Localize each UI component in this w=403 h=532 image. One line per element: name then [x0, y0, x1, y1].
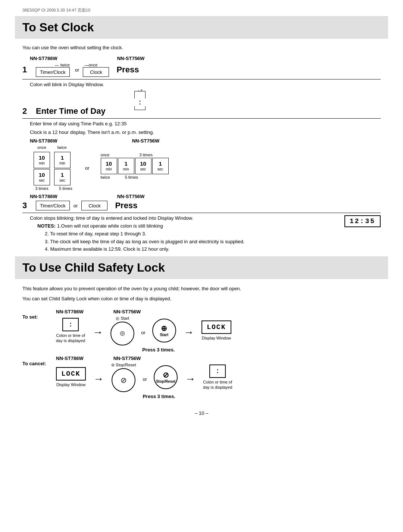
cancel-arrow1: →: [93, 373, 104, 385]
notes-label: NOTES:: [37, 223, 56, 229]
set-lock-display: LOCK: [202, 320, 231, 334]
step1-once-text: —: [84, 63, 88, 67]
step3-num: 3: [22, 201, 31, 210]
notes-block: NOTES: 1.Oven will not operate while col…: [37, 222, 333, 253]
step2-or: or: [85, 165, 90, 171]
step2-right-twice: twice: [101, 175, 110, 179]
cancel-colon-box: :: [209, 364, 226, 378]
cancel-stopreset-786-label: ⊘ Stop/Reset: [111, 363, 136, 367]
set-display-window-label: Display Window: [202, 335, 231, 341]
meta-header: 38E50QP OI 2006.5.30 14:47 页面10: [22, 7, 381, 13]
step3-model-right: NN-ST756W: [117, 194, 145, 199]
set-arrow2: →: [184, 326, 194, 338]
step2-right-once: once: [101, 153, 110, 157]
step1-row: NN-ST786W NN-ST756W 1 — twice Timer/Cloc…: [22, 56, 381, 87]
step2-once-label: once: [34, 145, 50, 150]
section1-title-bar: To Set Clock: [15, 16, 388, 39]
step2-right-3times: 3 times: [139, 153, 152, 157]
to-cancel-section: To cancel: NN-ST786W NN-ST756W LOCK Disp…: [22, 356, 381, 399]
pad-right-10min[interactable]: 10 min: [101, 158, 117, 174]
cancel-colon-label: Colon or time ofday is displayed: [203, 379, 232, 390]
cancel-model-right: NN-ST756W: [113, 356, 141, 361]
page-number: – 10 –: [22, 410, 381, 416]
cancel-stopreset-786-btn[interactable]: ⊘: [112, 368, 135, 392]
section2-intro1: This feature allows you to prevent opera…: [22, 285, 381, 293]
set-or: or: [141, 330, 146, 335]
pad-right-1sec[interactable]: 1 sec: [152, 158, 169, 174]
set-arrow1: →: [93, 326, 103, 338]
step2-row: ↓↗ : 2 Enter Time of Day Enter time of d…: [22, 91, 381, 191]
cancel-model-left: NN-ST786W: [56, 356, 84, 361]
cancel-lock-display: LOCK: [56, 367, 86, 381]
set-start-786-label: ◎ Start: [116, 316, 129, 321]
pad-1sec[interactable]: 1 sec: [54, 169, 71, 185]
step2-sub1: Enter time of day using Time Pads e.g. 1…: [30, 121, 381, 126]
note2: 2. To reset time of day, repeat step 1 t…: [45, 230, 333, 238]
section2-title-bar: To Use Child Safety Lock: [15, 256, 388, 279]
step1-num: 1: [22, 65, 31, 75]
step1-twice-label: —: [55, 63, 59, 67]
step1-or: or: [75, 67, 79, 73]
step2-twice-label: twice: [54, 145, 70, 150]
pad-10sec[interactable]: 10 sec: [34, 169, 50, 185]
to-cancel-label: To cancel:: [22, 356, 52, 366]
display-window: 12:35: [344, 215, 381, 227]
step3-btn-right[interactable]: Clock: [81, 201, 107, 210]
step1-model-left: NN-ST786W: [30, 56, 57, 61]
to-set-section: To set: NN-ST786W NN-ST756W : Colon or t…: [22, 309, 381, 353]
step2-label: Enter Time of Day: [36, 106, 106, 116]
step1-btn-right[interactable]: Clock: [83, 67, 109, 77]
step3-label: Press: [115, 201, 137, 210]
set-start-786-btn[interactable]: ◎: [110, 322, 134, 345]
step2-5times: 5 times: [57, 186, 74, 191]
step2-sub2: Clock is a 12 hour display. There isn't …: [30, 129, 381, 135]
section2-intro2: You can set Child Safety Lock when colon…: [22, 295, 381, 303]
cancel-display-window-label: Display Window: [56, 382, 85, 387]
set-model-left: NN-ST786W: [56, 309, 84, 314]
set-start-756-btn[interactable]: ⊕ Start: [152, 319, 176, 342]
step1-once-label: once: [88, 63, 97, 67]
step3-btn-left[interactable]: Timer/Clock: [36, 201, 70, 210]
step1-model-right: NN-ST756W: [117, 56, 145, 61]
note4: 4. Maximum time available is 12:59. Cloc…: [45, 245, 333, 253]
step2-model-right: NN-ST756W: [132, 138, 160, 144]
pad-10min[interactable]: 10 min: [34, 152, 50, 168]
cancel-arrow2: →: [185, 373, 196, 385]
set-press3: Press 3 times.: [142, 347, 175, 353]
step3-model-left: NN-ST786W: [30, 194, 57, 199]
step2-model-left: NN-ST786W: [30, 138, 57, 144]
pad-right-10sec[interactable]: 10 sec: [135, 158, 151, 174]
step3-note-intro: Colon stops blinking; time of day is ent…: [30, 215, 333, 221]
set-model-right: NN-ST756W: [113, 309, 141, 314]
step3-or: or: [74, 203, 78, 209]
set-colon-label: Colon or time ofday is displayed: [56, 333, 85, 344]
step2-right-5times: 5 times: [125, 175, 138, 179]
step1-twice-text: twice: [60, 63, 70, 67]
to-set-label: To set:: [22, 309, 52, 320]
pad-right-1min[interactable]: 1 min: [118, 158, 134, 174]
section1-intro: You can use the oven without setting the…: [22, 45, 381, 50]
step1-label: Press: [116, 65, 139, 75]
cancel-stopreset-756-btn[interactable]: ⊘ Stop/Reset: [154, 365, 178, 389]
step1-btn-left[interactable]: Timer/Clock: [36, 67, 70, 77]
cancel-press3: Press 3 times.: [143, 394, 175, 399]
step2-3times: 3 times: [34, 186, 50, 191]
step2-num: 2: [22, 106, 31, 116]
cancel-or: or: [143, 376, 147, 382]
note1: 1.Oven will not operate while colon is s…: [57, 223, 163, 229]
step1-colon-note: Colon will blink in Display Window.: [30, 82, 381, 87]
step3-row: NN-ST786W NN-ST756W 3 Timer/Clock or Clo…: [22, 194, 381, 253]
set-colon-box: :: [62, 318, 79, 331]
pad-1min[interactable]: 1 min: [54, 152, 71, 168]
note3: 3. The clock will keep the time of day a…: [45, 238, 333, 246]
